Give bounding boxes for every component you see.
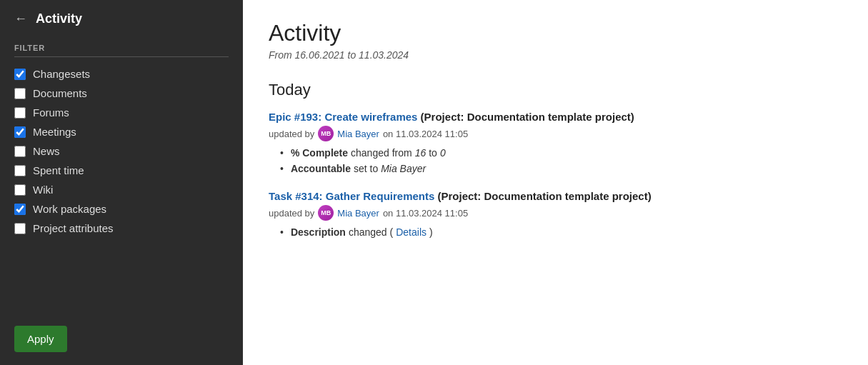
label-wiki[interactable]: Wiki [33,184,53,196]
change-label: % Complete [291,147,348,159]
activity-changes: % Complete changed from 16 to 0Accountab… [269,147,842,174]
filter-item-meetings[interactable]: Meetings [9,122,234,141]
activity-meta: updated by MBMia Bayer on 11.03.2024 11:… [269,126,842,141]
filter-item-news[interactable]: News [9,141,234,161]
activity-meta: updated by MBMia Bayer on 11.03.2024 11:… [269,205,842,221]
label-changesets[interactable]: Changesets [33,68,90,80]
label-documents[interactable]: Documents [33,87,87,99]
meta-username[interactable]: Mia Bayer [337,208,379,219]
checkbox-meetings[interactable] [14,126,26,138]
timestamp: on 11.03.2024 11:05 [383,129,468,139]
today-heading: Today [269,81,842,99]
activity-project: (Project: Documentation template project… [417,111,634,123]
checkbox-changesets[interactable] [14,69,26,80]
checkbox-project_attributes[interactable] [14,223,26,234]
label-news[interactable]: News [33,145,60,157]
activity-link[interactable]: Task #314: Gather Requirements [269,190,434,202]
activity-changes: Description changed (Details) [269,226,842,238]
avatar: MB [318,205,334,221]
label-spent_time[interactable]: Spent time [33,164,84,176]
sidebar: ← Activity FILTER ChangesetsDocumentsFor… [0,0,243,365]
filter-item-forums[interactable]: Forums [9,103,234,122]
label-project_attributes[interactable]: Project attributes [33,222,114,234]
checkbox-work_packages[interactable] [14,204,26,215]
label-meetings[interactable]: Meetings [33,126,76,138]
sidebar-header: ← Activity [0,0,243,38]
avatar: MB [318,126,334,141]
filter-item-documents[interactable]: Documents [9,84,234,103]
label-forums[interactable]: Forums [33,106,69,119]
change-label: Description [291,226,346,238]
filter-item-changesets[interactable]: Changesets [9,64,234,84]
activity-link[interactable]: Epic #193: Create wireframes [269,111,417,123]
activity-entry-entry2: Task #314: Gather Requirements (Project:… [269,190,842,238]
checkbox-documents[interactable] [14,88,26,99]
activity-title-line: Epic #193: Create wireframes (Project: D… [269,111,842,124]
main-content: Activity From 16.06.2021 to 11.03.2024 T… [243,0,868,365]
checkbox-wiki[interactable] [14,184,26,196]
meta-username[interactable]: Mia Bayer [337,129,379,139]
filter-label: FILTER [0,38,243,56]
checkbox-spent_time[interactable] [14,165,26,176]
apply-button[interactable]: Apply [14,326,67,352]
date-range: From 16.06.2021 to 11.03.2024 [269,49,842,61]
checkbox-forums[interactable] [14,107,26,119]
change-label: Accountable [291,163,351,174]
sidebar-title: Activity [36,11,82,26]
activity-entry-entry1: Epic #193: Create wireframes (Project: D… [269,111,842,174]
change-item: % Complete changed from 16 to 0 [280,147,842,159]
page-title: Activity [269,20,842,46]
change-item: Accountable set to Mia Bayer [280,163,842,174]
filter-item-project_attributes[interactable]: Project attributes [9,219,234,238]
checkbox-news[interactable] [14,146,26,157]
filter-divider [14,56,229,57]
timestamp: on 11.03.2024 11:05 [383,208,468,219]
filter-list: ChangesetsDocumentsForumsMeetingsNewsSpe… [0,64,243,316]
label-work_packages[interactable]: Work packages [33,203,106,215]
details-link[interactable]: Details [396,226,426,238]
activity-entries: Epic #193: Create wireframes (Project: D… [269,111,842,238]
activity-title-line: Task #314: Gather Requirements (Project:… [269,190,842,203]
filter-item-work_packages[interactable]: Work packages [9,199,234,219]
back-button[interactable]: ← [14,11,27,26]
filter-item-spent_time[interactable]: Spent time [9,161,234,180]
change-item: Description changed (Details) [280,226,842,238]
filter-item-wiki[interactable]: Wiki [9,180,234,199]
activity-project: (Project: Documentation template project… [434,190,651,202]
